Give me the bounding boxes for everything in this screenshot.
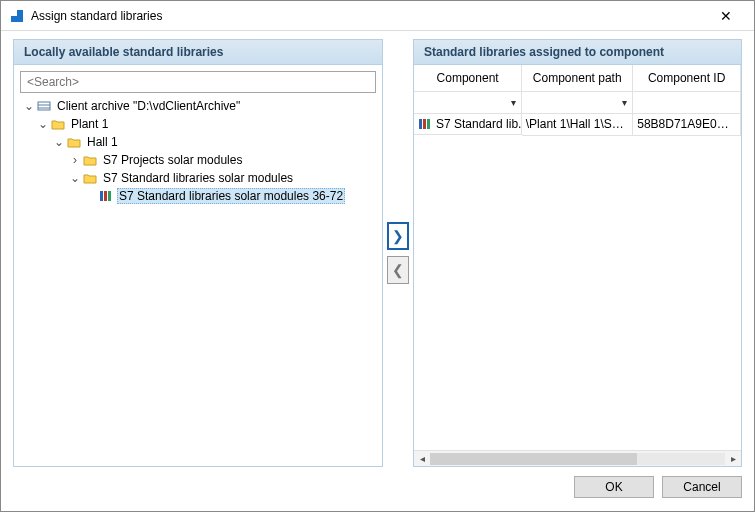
chevron-down-icon[interactable]: ▾ bbox=[505, 94, 521, 112]
col-component[interactable]: Component bbox=[414, 65, 522, 92]
scroll-right-icon[interactable]: ▸ bbox=[725, 453, 741, 464]
tree-leaf-selected[interactable]: S7 Standard libraries solar modules 36-7… bbox=[20, 187, 376, 205]
library-icon bbox=[98, 190, 114, 202]
svg-rect-6 bbox=[104, 191, 107, 201]
cell-path: \Plant 1\Hall 1\S7 S... bbox=[522, 114, 633, 136]
assign-right-button[interactable]: ❯ bbox=[387, 222, 409, 250]
tree-label: Client archive "D:\vdClientArchive" bbox=[55, 99, 242, 113]
svg-rect-5 bbox=[100, 191, 103, 201]
col-id[interactable]: Component ID bbox=[633, 65, 741, 92]
tree-hall[interactable]: ⌄ Hall 1 bbox=[20, 133, 376, 151]
assigned-table[interactable]: Component Component path Component ID ▾ … bbox=[414, 65, 741, 136]
table-row[interactable]: S7 Standard lib... \Plant 1\Hall 1\S7 S.… bbox=[414, 114, 741, 136]
svg-rect-10 bbox=[427, 119, 430, 129]
col-path[interactable]: Component path bbox=[522, 65, 633, 92]
tree-plant[interactable]: ⌄ Plant 1 bbox=[20, 115, 376, 133]
filter-path[interactable]: ▾ bbox=[522, 92, 633, 114]
left-panel-header: Locally available standard libraries bbox=[13, 39, 383, 65]
chevron-down-icon[interactable]: ⌄ bbox=[52, 135, 66, 149]
library-tree[interactable]: ⌄ Client archive "D:\vdClientArchive" ⌄ … bbox=[20, 97, 376, 460]
chevron-down-icon[interactable]: ⌄ bbox=[22, 99, 36, 113]
tree-label: S7 Standard libraries solar modules bbox=[101, 171, 295, 185]
horizontal-scrollbar[interactable]: ◂ ▸ bbox=[414, 450, 741, 466]
tree-root[interactable]: ⌄ Client archive "D:\vdClientArchive" bbox=[20, 97, 376, 115]
chevron-down-icon[interactable]: ▾ bbox=[616, 94, 632, 112]
close-button[interactable]: ✕ bbox=[706, 2, 746, 30]
filter-id[interactable] bbox=[633, 92, 741, 114]
archive-icon bbox=[36, 100, 52, 112]
svg-rect-2 bbox=[38, 102, 50, 110]
window-title: Assign standard libraries bbox=[31, 9, 706, 23]
library-icon bbox=[418, 118, 432, 130]
folder-icon bbox=[82, 154, 98, 166]
tree-label: S7 Projects solar modules bbox=[101, 153, 244, 167]
chevron-down-icon[interactable]: ⌄ bbox=[68, 171, 82, 185]
search-input[interactable] bbox=[20, 71, 376, 93]
tree-stdlib[interactable]: ⌄ S7 Standard libraries solar modules bbox=[20, 169, 376, 187]
tree-projects[interactable]: › S7 Projects solar modules bbox=[20, 151, 376, 169]
cell-id: 58B8D71A9E0A46E... bbox=[633, 114, 741, 136]
chevron-right-icon[interactable]: › bbox=[68, 153, 82, 167]
tree-label: Hall 1 bbox=[85, 135, 120, 149]
cell-component: S7 Standard lib... bbox=[436, 117, 522, 131]
tree-label: Plant 1 bbox=[69, 117, 110, 131]
svg-rect-1 bbox=[11, 10, 17, 16]
ok-button[interactable]: OK bbox=[574, 476, 654, 498]
tree-label: S7 Standard libraries solar modules 36-7… bbox=[117, 188, 345, 204]
svg-rect-7 bbox=[108, 191, 111, 201]
svg-rect-8 bbox=[419, 119, 422, 129]
svg-rect-9 bbox=[423, 119, 426, 129]
cancel-button[interactable]: Cancel bbox=[662, 476, 742, 498]
folder-open-icon bbox=[82, 172, 98, 184]
folder-open-icon bbox=[66, 136, 82, 148]
assign-left-button[interactable]: ❮ bbox=[387, 256, 409, 284]
scroll-left-icon[interactable]: ◂ bbox=[414, 453, 430, 464]
chevron-down-icon[interactable]: ⌄ bbox=[36, 117, 50, 131]
folder-open-icon bbox=[50, 118, 66, 130]
right-panel-header: Standard libraries assigned to component bbox=[413, 39, 742, 65]
app-icon bbox=[9, 8, 25, 24]
filter-component[interactable]: ▾ bbox=[414, 92, 522, 114]
